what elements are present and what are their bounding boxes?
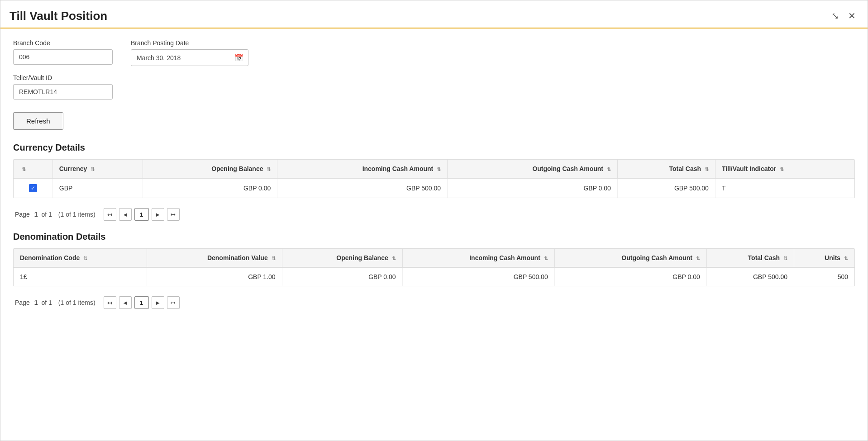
denom-col-incoming-cash-label: Incoming Cash Amount bbox=[469, 254, 540, 261]
branch-posting-date-input[interactable] bbox=[131, 51, 230, 65]
denomination-table-row: 1£ GBP 1.00 GBP 0.00 GBP 500.00 GBP 0.00… bbox=[14, 267, 854, 286]
denom-col-total-cash-label: Total Cash bbox=[748, 254, 780, 261]
currency-col-currency[interactable]: Currency ⇅ bbox=[52, 160, 143, 178]
sort-icon-total-cash: ⇅ bbox=[705, 166, 709, 172]
sort-icon-select: ⇅ bbox=[22, 166, 26, 172]
denom-current-page: 1 bbox=[34, 299, 38, 306]
denom-col-outgoing-cash-label: Outgoing Cash Amount bbox=[621, 254, 692, 261]
currency-row-till-vault: T bbox=[715, 178, 854, 198]
denom-col-code[interactable]: Denomination Code ⇅ bbox=[14, 249, 147, 267]
currency-col-select[interactable]: ⇅ bbox=[14, 160, 52, 178]
sort-icon-denom-outgoing-cash: ⇅ bbox=[696, 256, 700, 261]
denomination-table-wrap: Denomination Code ⇅ Denomination Value ⇅… bbox=[13, 248, 855, 286]
denom-col-value[interactable]: Denomination Value ⇅ bbox=[147, 249, 282, 267]
branch-code-input[interactable] bbox=[13, 49, 113, 65]
currency-page-next[interactable]: ► bbox=[152, 208, 164, 221]
denom-col-opening-balance[interactable]: Opening Balance ⇅ bbox=[282, 249, 402, 267]
denom-row-incoming-cash: GBP 500.00 bbox=[402, 267, 554, 286]
currency-page-last[interactable]: ↦ bbox=[167, 208, 180, 221]
currency-col-opening-balance[interactable]: Opening Balance ⇅ bbox=[143, 160, 277, 178]
teller-vault-id-group: Teller/Vault ID bbox=[13, 74, 113, 100]
currency-table-row: ✓ GBP GBP 0.00 GBP 500.00 GBP 0.00 GBP 5… bbox=[14, 178, 854, 198]
sort-icon-till-vault: ⇅ bbox=[780, 166, 784, 172]
denom-row-units: 500 bbox=[794, 267, 854, 286]
sort-icon-denom-total-cash: ⇅ bbox=[783, 256, 787, 261]
denom-col-outgoing-cash[interactable]: Outgoing Cash Amount ⇅ bbox=[554, 249, 706, 267]
denom-page-prev[interactable]: ◄ bbox=[119, 296, 132, 309]
currency-table-header: ⇅ Currency ⇅ Opening Balance ⇅ Incoming … bbox=[14, 160, 854, 178]
sort-icon-denom-opening-balance: ⇅ bbox=[392, 256, 396, 261]
denom-row-total-cash: GBP 500.00 bbox=[706, 267, 794, 286]
date-input-wrap: 📅 bbox=[131, 49, 248, 66]
teller-vault-id-label: Teller/Vault ID bbox=[13, 74, 113, 81]
denom-row-value: GBP 1.00 bbox=[147, 267, 282, 286]
currency-page-label: Page bbox=[15, 211, 30, 218]
calendar-icon[interactable]: 📅 bbox=[230, 50, 248, 66]
denomination-table-header: Denomination Code ⇅ Denomination Value ⇅… bbox=[14, 249, 854, 267]
denom-col-opening-balance-label: Opening Balance bbox=[336, 254, 388, 261]
currency-col-till-vault[interactable]: Till/Vault Indicator ⇅ bbox=[715, 160, 854, 178]
denom-col-units[interactable]: Units ⇅ bbox=[794, 249, 854, 267]
till-vault-position-window: Till Vault Position ⤡ ✕ Branch Code Bran… bbox=[0, 0, 868, 441]
form-row-1: Branch Code Branch Posting Date 📅 bbox=[13, 39, 855, 66]
denom-page-next[interactable]: ► bbox=[152, 296, 164, 309]
denom-page-of: of 1 bbox=[42, 299, 52, 306]
sort-icon-denom-units: ⇅ bbox=[844, 256, 848, 261]
currency-page-of: of 1 bbox=[42, 211, 52, 218]
currency-col-total-cash-label: Total Cash bbox=[669, 165, 701, 172]
sort-icon-currency: ⇅ bbox=[91, 166, 95, 172]
currency-page-info: (1 of 1 items) bbox=[58, 211, 95, 218]
currency-page-prev[interactable]: ◄ bbox=[119, 208, 132, 221]
denomination-pagination: Page 1 of 1 (1 of 1 items) ↤ ◄ 1 ► ↦ bbox=[13, 292, 855, 315]
denomination-table: Denomination Code ⇅ Denomination Value ⇅… bbox=[14, 249, 854, 286]
denom-col-incoming-cash[interactable]: Incoming Cash Amount ⇅ bbox=[402, 249, 554, 267]
currency-table: ⇅ Currency ⇅ Opening Balance ⇅ Incoming … bbox=[14, 160, 854, 198]
currency-col-outgoing-cash-label: Outgoing Cash Amount bbox=[532, 165, 603, 172]
sort-icon-incoming-cash: ⇅ bbox=[437, 166, 441, 172]
close-icon: ✕ bbox=[848, 11, 856, 21]
denom-row-opening-balance: GBP 0.00 bbox=[282, 267, 402, 286]
main-content: Branch Code Branch Posting Date 📅 Teller… bbox=[0, 28, 868, 326]
currency-row-select-cell[interactable]: ✓ bbox=[14, 178, 52, 198]
currency-col-opening-balance-label: Opening Balance bbox=[211, 165, 263, 172]
denom-page-first[interactable]: ↤ bbox=[104, 296, 116, 309]
close-button[interactable]: ✕ bbox=[845, 9, 858, 23]
expand-icon: ⤡ bbox=[831, 11, 839, 21]
currency-col-total-cash[interactable]: Total Cash ⇅ bbox=[617, 160, 715, 178]
expand-button[interactable]: ⤡ bbox=[829, 9, 842, 23]
branch-code-label: Branch Code bbox=[13, 39, 113, 47]
currency-page-first[interactable]: ↤ bbox=[104, 208, 116, 221]
currency-row-outgoing-cash: GBP 0.00 bbox=[448, 178, 618, 198]
currency-col-currency-label: Currency bbox=[59, 165, 87, 172]
refresh-button[interactable]: Refresh bbox=[13, 112, 63, 130]
branch-posting-date-label: Branch Posting Date bbox=[131, 39, 248, 47]
teller-vault-id-input[interactable] bbox=[13, 84, 113, 100]
denom-col-code-label: Denomination Code bbox=[20, 254, 80, 261]
window-title: Till Vault Position bbox=[10, 9, 107, 23]
currency-col-outgoing-cash[interactable]: Outgoing Cash Amount ⇅ bbox=[448, 160, 618, 178]
currency-col-incoming-cash[interactable]: Incoming Cash Amount ⇅ bbox=[277, 160, 448, 178]
denomination-section-title: Denomination Details bbox=[13, 232, 855, 242]
checkbox-checked-icon: ✓ bbox=[29, 184, 37, 192]
title-bar-left: Till Vault Position bbox=[10, 9, 107, 23]
currency-row-opening-balance: GBP 0.00 bbox=[143, 178, 277, 198]
denom-page-last[interactable]: ↦ bbox=[167, 296, 180, 309]
denom-col-total-cash[interactable]: Total Cash ⇅ bbox=[706, 249, 794, 267]
sort-icon-denom-code: ⇅ bbox=[83, 256, 87, 261]
currency-col-incoming-cash-label: Incoming Cash Amount bbox=[362, 165, 434, 172]
denom-row-code: 1£ bbox=[14, 267, 147, 286]
form-row-2: Teller/Vault ID bbox=[13, 74, 855, 100]
denom-page-label: Page bbox=[15, 299, 30, 306]
denom-page-info: (1 of 1 items) bbox=[58, 299, 95, 306]
currency-row-total-cash: GBP 500.00 bbox=[617, 178, 715, 198]
currency-current-page: 1 bbox=[34, 211, 38, 218]
currency-section-title: Currency Details bbox=[13, 142, 855, 153]
sort-icon-denom-value: ⇅ bbox=[272, 256, 276, 261]
title-bar-right: ⤡ ✕ bbox=[829, 9, 858, 23]
sort-icon-denom-incoming-cash: ⇅ bbox=[544, 256, 548, 261]
denom-col-units-label: Units bbox=[825, 254, 840, 261]
currency-col-till-vault-label: Till/Vault Indicator bbox=[722, 165, 776, 172]
currency-page-number: 1 bbox=[134, 208, 149, 221]
sort-icon-opening-balance: ⇅ bbox=[267, 166, 271, 172]
denom-row-outgoing-cash: GBP 0.00 bbox=[554, 267, 706, 286]
